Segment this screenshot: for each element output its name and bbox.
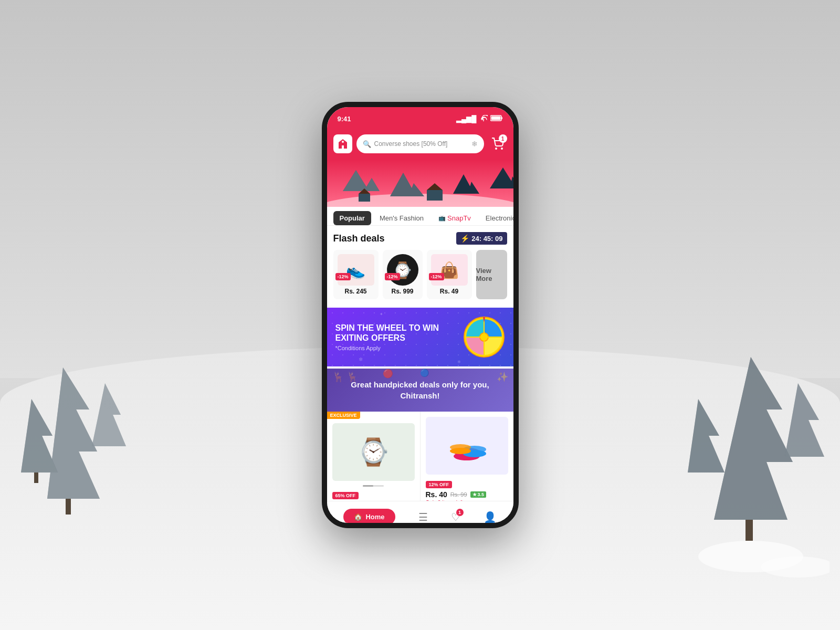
- home-button[interactable]: 🏠 Home: [343, 509, 395, 525]
- decor-ball2: 🔵: [420, 369, 429, 377]
- svg-rect-10: [746, 520, 753, 541]
- lightning-icon: ⚡: [460, 234, 469, 243]
- deal-watch-image: ⌚: [387, 254, 418, 286]
- exclusive-badge: EXCLUSIVE: [327, 412, 360, 419]
- spin-wheel[interactable]: [463, 316, 505, 358]
- product-card-watch[interactable]: EXCLUSIVE ⌚ 65% OFF Rs. 699 Rs. 1,499 ★ …: [327, 412, 420, 501]
- svg-rect-19: [491, 116, 500, 120]
- product-watch-off-badge: 65% OFF: [332, 492, 359, 499]
- right-trees-icon: [682, 357, 830, 578]
- spin-snowflake-1: ❄: [359, 356, 363, 362]
- svg-point-21: [496, 148, 497, 149]
- timer-value: 24: 45: 09: [471, 235, 502, 243]
- decor-ball1: 🔴: [383, 369, 393, 379]
- deal-bag-price: Rs. 49: [431, 288, 468, 295]
- snowflake-icon: ❄: [471, 140, 478, 148]
- menu-button[interactable]: ☰: [418, 511, 428, 523]
- svg-rect-2: [66, 499, 71, 514]
- search-icon: 🔍: [363, 140, 371, 148]
- deal-shoes-price: Rs. 245: [338, 288, 374, 295]
- svg-marker-9: [714, 357, 793, 520]
- bottom-nav: 🏠 Home ☰ ♡ 1 👤: [327, 501, 513, 528]
- wishlist-badge: 1: [456, 509, 464, 516]
- decor-right: ✨: [497, 371, 508, 383]
- view-more-button[interactable]: View More: [476, 250, 507, 299]
- tab-mens-fashion[interactable]: Men's Fashion: [373, 211, 430, 225]
- cart-badge: 1: [499, 134, 507, 143]
- hero-banner: [327, 160, 513, 207]
- search-text: Converse shoes [50% Off]: [374, 140, 468, 148]
- tab-snaptv-label: SnapTv: [447, 214, 471, 222]
- phone-frame: 9:41 ▂▄▆█ 🔍 Converse shoes [50% Off] ❄: [322, 102, 519, 528]
- product-macarons-price: Rs. 40: [426, 490, 447, 499]
- product-macarons-off-badge: 12% OFF: [426, 481, 453, 488]
- product-macarons-image: [426, 417, 508, 475]
- svg-rect-31: [427, 190, 443, 201]
- svg-point-20: [342, 141, 344, 143]
- svg-point-22: [501, 148, 502, 149]
- svg-rect-33: [359, 194, 370, 202]
- deal-item-shoes[interactable]: 👟 -12% Rs. 245: [333, 250, 379, 299]
- rating-value-2: 3.5: [478, 492, 485, 497]
- battery-icon: [490, 115, 503, 123]
- product-macarons-stock: Only 2 items left: [426, 500, 508, 501]
- product-macarons-original: Rs. 99: [450, 491, 467, 498]
- svg-rect-5: [34, 472, 38, 483]
- product-grid: EXCLUSIVE ⌚ 65% OFF Rs. 699 Rs. 1,499 ★ …: [327, 412, 513, 501]
- flash-timer: ⚡ 24: 45: 09: [456, 232, 507, 245]
- deal-item-bag[interactable]: 👜 -12% Rs. 49: [427, 250, 472, 299]
- menu-icon: ☰: [418, 511, 428, 523]
- personalized-banner: 🦌 🦌 ✨ 🔴 🔵 Great handpicked deals only fo…: [327, 369, 513, 412]
- header: 🔍 Converse shoes [50% Off] ❄ 1: [327, 130, 513, 160]
- svg-rect-18: [501, 117, 502, 119]
- search-bar[interactable]: 🔍 Converse shoes [50% Off] ❄: [356, 134, 484, 153]
- personalized-text: Great handpicked deals only for you, Chi…: [335, 379, 505, 401]
- flash-deals-title: Flash deals: [333, 233, 385, 244]
- product-card-macarons[interactable]: 12% OFF Rs. 40 Rs. 99 ★ 3.5 Only 2 items…: [421, 412, 513, 501]
- logo[interactable]: [333, 134, 352, 153]
- product-watch-image: ⌚: [332, 423, 415, 481]
- view-more-label: View More: [476, 267, 507, 282]
- svg-marker-4: [21, 399, 58, 472]
- svg-marker-7: [92, 383, 126, 446]
- status-bar: 9:41 ▂▄▆█: [327, 107, 513, 130]
- home-icon: 🏠: [354, 513, 362, 521]
- svg-marker-14: [688, 399, 724, 472]
- spin-snowflake-2: ✦: [380, 312, 383, 317]
- flash-deals-header: Flash deals ⚡ 24: 45: 09: [333, 232, 507, 245]
- tab-popular[interactable]: Popular: [333, 211, 371, 225]
- svg-marker-12: [785, 383, 824, 457]
- deal-bag-image: 👜: [431, 254, 468, 286]
- deal-watch-discount: -12%: [385, 273, 400, 280]
- deals-row: 👟 -12% Rs. 245 ⌚ -12% Rs. 999 👜: [333, 250, 507, 299]
- scroll-content[interactable]: Flash deals ⚡ 24: 45: 09 👟 -12% Rs. 245: [327, 226, 513, 501]
- deal-watch-price: Rs. 999: [387, 288, 418, 295]
- svg-point-46: [450, 444, 471, 450]
- profile-button[interactable]: 👤: [484, 511, 497, 523]
- decor-left: 🦌 🦌: [332, 371, 358, 383]
- home-label: Home: [365, 513, 384, 521]
- spin-banner[interactable]: ❄ ✦ ❄ SPIN THE WHEEL TO WIN EXITING OFFE…: [327, 308, 513, 366]
- tab-electronics[interactable]: Electronics: [479, 211, 519, 225]
- deal-shoes-discount: -12%: [335, 273, 351, 280]
- wishlist-button[interactable]: ♡ 1: [451, 511, 460, 523]
- deal-bag-discount: -12%: [429, 273, 444, 280]
- status-icons: ▂▄▆█: [456, 115, 502, 123]
- deal-shoes-image: 👟: [338, 254, 374, 286]
- tab-snaptv[interactable]: 📺 SnapTv: [432, 211, 477, 225]
- flash-deals-section: Flash deals ⚡ 24: 45: 09 👟 -12% Rs. 245: [327, 226, 513, 306]
- tabs-bar: Popular Men's Fashion 📺 SnapTv Electroni…: [327, 207, 513, 226]
- product-macarons-price-row: Rs. 40 Rs. 99 ★ 3.5: [426, 490, 508, 499]
- wifi-icon: [479, 115, 488, 123]
- deal-item-watch[interactable]: ⌚ -12% Rs. 999: [383, 250, 423, 299]
- profile-icon: 👤: [484, 511, 497, 523]
- signal-icon: ▂▄▆█: [456, 115, 476, 123]
- cart-button[interactable]: 1: [488, 134, 507, 153]
- spin-snowflake-3: ❄: [457, 360, 461, 364]
- svg-marker-1: [47, 368, 100, 499]
- status-time: 9:41: [338, 115, 351, 123]
- left-trees-icon: [16, 368, 131, 551]
- star-icon-2: ★: [472, 492, 477, 497]
- product-macarons-rating: ★ 3.5: [470, 491, 487, 498]
